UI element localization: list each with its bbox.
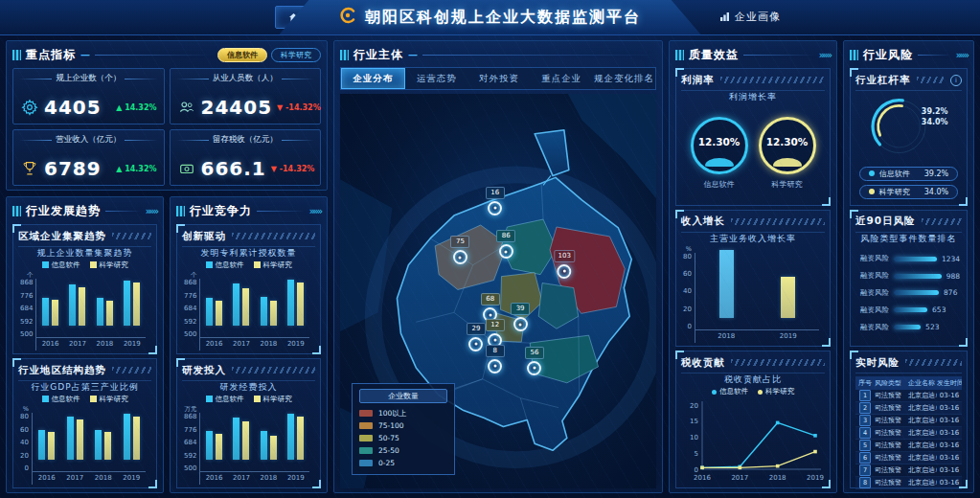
chart-legend: 信息软件科学研究 xyxy=(681,386,825,397)
indicator-delta: ▲ 14.32% xyxy=(116,165,156,173)
bar-group: 2018 xyxy=(89,413,118,485)
risk-table-row[interactable]: 5 司法预警 北京启迪卓越科技有限公司 03-16 xyxy=(855,440,962,452)
risk-table-row[interactable]: 2 司法预警 北京启迪卓越科技有限公司 03-16 xyxy=(855,402,962,415)
bar-group: 2017 xyxy=(60,413,89,485)
tab-规企变化排名[interactable]: 规企变化排名 xyxy=(593,68,655,89)
tab-重点企业[interactable]: 重点企业 xyxy=(531,68,593,89)
risk-rank-row: 融资风险 1234 xyxy=(857,254,960,263)
risk-table-row[interactable]: 4 司法预警 北京启迪卓越科技有限公司 03-16 xyxy=(855,427,962,440)
risk-table-row[interactable]: 6 司法预警 北京启迪卓越科技有限公司 03-16 xyxy=(855,452,962,464)
bar-group: 2018 xyxy=(695,253,758,344)
hatch-decoration xyxy=(905,359,962,366)
more-arrows[interactable]: »»» xyxy=(819,50,831,60)
profit-box: 利润率 利润增长率 12.30% 信息软件 12.30% 科学研究 xyxy=(675,68,831,206)
line-chart-svg: 201510502016201720182019 xyxy=(681,397,825,483)
risk-table-row[interactable]: 8 司法预警 北京启迪卓越科技有限公司 03-16 xyxy=(855,477,962,489)
map-marker-68[interactable]: 68 xyxy=(481,293,500,322)
indicator-value: 24405 xyxy=(201,96,273,119)
chart-title: 研发经费投入 xyxy=(182,381,315,394)
indicator-label: 从业人员数（人） xyxy=(213,73,278,84)
table-header: 序号风险类型企业名称发生时间 xyxy=(855,376,962,390)
section-title: 行业地区结构趋势 xyxy=(18,364,106,377)
leverage-values: 39.2%34.0% xyxy=(922,106,948,127)
map-marker-16[interactable]: 16 xyxy=(486,187,505,215)
section-title: 创新驱动 xyxy=(182,230,226,243)
risk-table-row[interactable]: 3 司法预警 北京启迪卓越科技有限公司 03-16 xyxy=(855,415,962,427)
risk-type-label: 融资风险 xyxy=(857,271,889,281)
nav-enterprise-portrait[interactable]: 企业画像 xyxy=(707,6,792,27)
risk-rank-row: 融资风险 876 xyxy=(857,288,960,298)
risk-rank-row: 融资风险 523 xyxy=(857,323,960,332)
risk-type-label: 融资风险 xyxy=(857,306,889,315)
tab-运营态势[interactable]: 运营态势 xyxy=(405,68,467,89)
tab-对外投资[interactable]: 对外投资 xyxy=(467,68,530,89)
map-legend-item: 50-75 xyxy=(359,432,447,444)
section-title: 利润率 xyxy=(681,74,715,87)
chart-title: 税收贡献占比 xyxy=(681,374,825,386)
map-marker-12[interactable]: 12 xyxy=(486,319,505,348)
section-title: 近90日风险 xyxy=(855,215,916,228)
district-map[interactable]: 16 75 86 103 68 39 xyxy=(340,94,656,488)
legend-item: 信息软件 xyxy=(206,260,244,270)
dashboard-screen: 行业概览 朝阳区科创规上企业大数据监测平台 企业画像 重点指标 xyxy=(0,0,980,498)
chart-title: 发明专利累计授权数量 xyxy=(182,247,315,260)
recent-risk-box: 近90日风险 风险类型事件数量排名 融资风险 1234 融资风险 988 融资风… xyxy=(850,210,968,348)
map-marker-75[interactable]: 75 xyxy=(450,236,469,264)
more-arrows[interactable]: »»» xyxy=(956,50,968,60)
hatch-decoration xyxy=(731,218,825,225)
map-marker-56[interactable]: 56 xyxy=(525,347,544,375)
header-title-plate: 朝阳区科创规上企业大数据监测平台 xyxy=(280,0,701,34)
risk-rank-row: 融资风险 653 xyxy=(857,306,960,315)
map-marker-29[interactable]: 29 xyxy=(467,323,486,351)
pin-icon xyxy=(488,201,502,215)
gear-icon xyxy=(20,98,39,117)
map-legend-title: 企业数量 xyxy=(359,389,447,403)
chart-title: 行业GDP占第三产业比例 xyxy=(18,381,151,394)
panel-title: 行业风险 xyxy=(863,47,913,63)
y-axis: %806040200 xyxy=(683,253,695,344)
legend-item: 科学研究 xyxy=(758,387,794,396)
nav-right-label: 企业画像 xyxy=(735,10,781,24)
map-marker-39[interactable]: 39 xyxy=(511,303,530,331)
trophy-icon xyxy=(20,159,39,178)
income-box: 收入增长 主营业务收入增长率 %80604020020182019 xyxy=(675,210,831,348)
gdp-bar-chart: 信息软件科学研究%8060402002016201720182019 xyxy=(18,394,151,485)
indicator-delta: ▲ 14.32% xyxy=(116,103,156,112)
y-axis: %806040200 xyxy=(20,413,32,485)
panel-flag-icon xyxy=(176,206,185,216)
panel-title: 行业发展趋势 xyxy=(26,203,101,219)
chart-legend: 信息软件科学研究 xyxy=(18,394,151,405)
leverage-box: 行业杠杆率 i 39.2%34.0%信息软件39.2%科学研究34.0% xyxy=(850,68,968,206)
leverage-donut-svg xyxy=(837,91,980,165)
people-icon xyxy=(177,98,196,117)
indicator-card-3: 留存税收（亿元） 666.1 ▼ -14.32% xyxy=(170,129,322,186)
chart-title: 利润增长率 xyxy=(681,91,825,103)
panel-flag-icon xyxy=(850,50,858,60)
risk-count: 988 xyxy=(946,272,960,281)
hatch-decoration xyxy=(917,77,946,83)
pin-icon xyxy=(558,264,572,279)
map-marker-86[interactable]: 86 xyxy=(496,230,515,259)
indicator-label: 留存税收（亿元） xyxy=(213,134,278,146)
leverage-legend-item: 科学研究34.0% xyxy=(859,185,958,199)
risk-table-row[interactable]: 7 司法预警 北京启迪卓越科技有限公司 03-16 xyxy=(855,464,962,477)
map-marker-103[interactable]: 103 xyxy=(555,250,575,279)
more-arrows[interactable]: »»» xyxy=(309,206,321,216)
svg-text:15: 15 xyxy=(690,419,698,426)
toggle-信息软件[interactable]: 信息软件 xyxy=(217,48,267,62)
more-arrows[interactable]: »»» xyxy=(146,206,157,216)
indicator-value: 6789 xyxy=(44,157,102,180)
legend-item: 科学研究 xyxy=(90,260,128,270)
svg-text:20: 20 xyxy=(690,402,698,410)
info-icon[interactable]: i xyxy=(950,75,962,86)
tab-企业分布[interactable]: 企业分布 xyxy=(341,68,405,89)
map-legend: 企业数量 100以上 75-100 50-75 25-50 0-25 xyxy=(352,383,455,475)
hatch-decoration xyxy=(112,367,151,374)
legend-item: 信息软件 xyxy=(42,395,80,404)
map-legend-item: 75-100 xyxy=(359,419,447,432)
risk-table-row[interactable]: 1 司法预警 北京启迪卓越科技有限公司 03-16 xyxy=(855,390,962,402)
y-axis: 个868776684592500 xyxy=(184,279,199,351)
map-marker-8[interactable]: 8 xyxy=(486,345,505,374)
main-area: 重点指标 — 信息软件科学研究 规上企业数（个） 4405 ▲ 14.32% 从… xyxy=(0,35,980,498)
toggle-科学研究[interactable]: 科学研究 xyxy=(271,48,321,62)
